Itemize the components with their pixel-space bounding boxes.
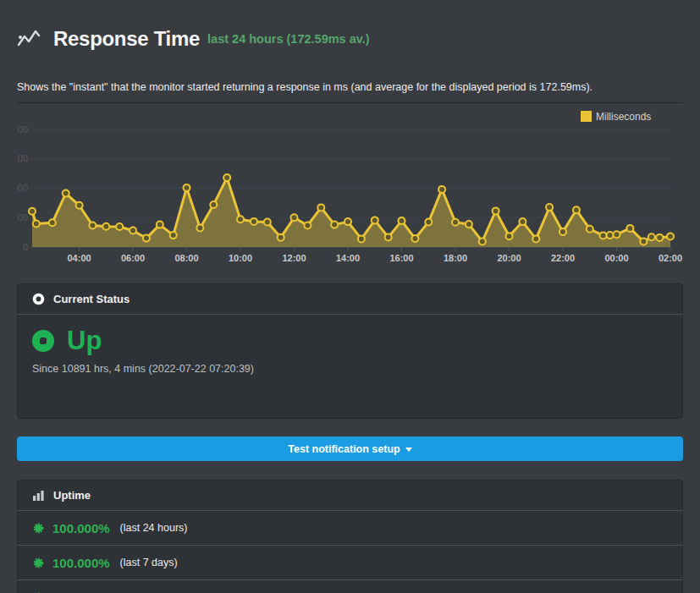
svg-text:18:00: 18:00 <box>444 253 467 263</box>
uptime-period-24h: (last 24 hours) <box>120 522 188 534</box>
response-time-chart: 020040060080004:0006:0008:0010:0012:0014… <box>17 107 683 267</box>
monitor-detail-page: Response Time last 24 hours (172.59ms av… <box>0 14 700 593</box>
uptime-value-30d: 100.000% <box>52 590 110 593</box>
svg-text:06:00: 06:00 <box>121 253 145 263</box>
green-seal-icon <box>32 557 45 569</box>
current-status-panel: Current Status Up Since 10891 hrs, 4 min… <box>17 283 683 419</box>
svg-text:02:00: 02:00 <box>659 253 682 263</box>
uptime-row-7d: 100.000% (last 7 days) <box>18 545 682 579</box>
green-seal-icon <box>32 522 45 535</box>
svg-text:20:00: 20:00 <box>497 253 521 263</box>
uptime-value-24h: 100.000% <box>52 521 110 535</box>
response-chart-svg: 020040060080004:0006:0008:0010:0012:0014… <box>17 107 683 267</box>
uptime-row-30d: 100.000% (last 30 days) <box>18 579 682 593</box>
uptime-title: Uptime <box>53 489 91 502</box>
dot-circle-icon <box>32 293 45 305</box>
svg-text:12:00: 12:00 <box>282 253 306 263</box>
header-divider <box>17 102 683 103</box>
status-text: Up <box>67 327 102 354</box>
svg-text:600: 600 <box>17 153 28 163</box>
svg-text:10:00: 10:00 <box>229 253 252 263</box>
svg-text:0: 0 <box>23 242 28 252</box>
svg-text:16:00: 16:00 <box>389 253 413 263</box>
bar-chart-icon <box>32 489 45 502</box>
current-status-title: Current Status <box>53 293 130 305</box>
svg-text:08:00: 08:00 <box>174 253 198 263</box>
status-since: Since 10891 hrs, 4 mins (2022-07-22 07:2… <box>32 363 668 375</box>
page-subtitle: last 24 hours (172.59ms av.) <box>207 32 370 46</box>
uptime-panel: Uptime 100.000% (last 24 hours) 100.000%… <box>17 480 683 593</box>
svg-text:04:00: 04:00 <box>67 253 91 263</box>
test-notification-label: Test notification setup <box>288 443 400 455</box>
legend-label: Milliseconds <box>596 111 651 123</box>
up-donut-icon <box>32 330 54 352</box>
uptime-row-24h: 100.000% (last 24 hours) <box>18 511 682 545</box>
test-notification-button[interactable]: Test notification setup <box>17 437 683 461</box>
uptime-period-7d: (last 7 days) <box>120 557 178 568</box>
svg-text:22:00: 22:00 <box>551 253 575 263</box>
uptime-header: Uptime <box>18 480 682 511</box>
current-status-body: Up Since 10891 hrs, 4 mins (2022-07-22 0… <box>18 315 682 387</box>
svg-text:400: 400 <box>17 183 28 193</box>
legend-swatch <box>581 111 592 122</box>
page-header: Response Time last 24 hours (172.59ms av… <box>17 14 683 64</box>
page-title: Response Time <box>53 27 200 51</box>
uptime-value-7d: 100.000% <box>52 556 110 570</box>
svg-text:14:00: 14:00 <box>336 253 360 263</box>
svg-text:00:00: 00:00 <box>604 253 628 263</box>
line-chart-icon <box>17 28 41 50</box>
caret-down-icon <box>405 447 412 452</box>
current-status-header: Current Status <box>18 284 682 315</box>
svg-text:800: 800 <box>17 124 28 135</box>
svg-text:200: 200 <box>17 212 28 222</box>
page-description: Shows the "instant" that the monitor sta… <box>17 81 683 93</box>
